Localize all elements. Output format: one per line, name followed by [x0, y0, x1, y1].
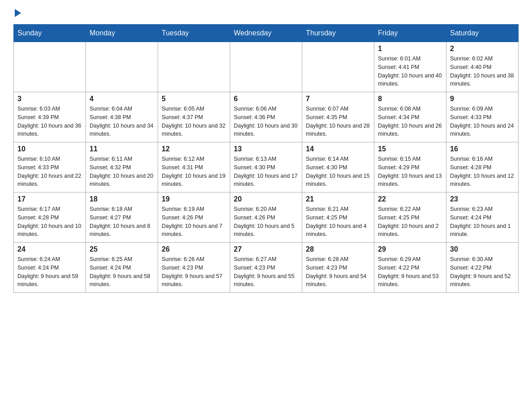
calendar-cell: 8Sunrise: 6:08 AM Sunset: 4:34 PM Daylig… — [374, 92, 446, 142]
day-number: 10 — [17, 145, 82, 153]
day-info: Sunrise: 6:21 AM Sunset: 4:25 PM Dayligh… — [306, 205, 370, 239]
calendar-week-row: 1Sunrise: 6:01 AM Sunset: 4:41 PM Daylig… — [14, 42, 519, 92]
day-number: 8 — [378, 95, 442, 103]
calendar-cell: 25Sunrise: 6:25 AM Sunset: 4:24 PM Dayli… — [86, 243, 158, 293]
day-number: 17 — [17, 195, 82, 203]
logo-arrow-icon — [15, 9, 21, 17]
calendar-cell: 21Sunrise: 6:21 AM Sunset: 4:25 PM Dayli… — [302, 193, 374, 243]
day-info: Sunrise: 6:20 AM Sunset: 4:26 PM Dayligh… — [234, 205, 298, 239]
day-info: Sunrise: 6:17 AM Sunset: 4:28 PM Dayligh… — [17, 205, 82, 239]
calendar-week-row: 17Sunrise: 6:17 AM Sunset: 4:28 PM Dayli… — [14, 193, 519, 243]
day-number: 26 — [162, 245, 226, 253]
calendar-week-row: 3Sunrise: 6:03 AM Sunset: 4:39 PM Daylig… — [14, 92, 519, 142]
day-info: Sunrise: 6:18 AM Sunset: 4:27 PM Dayligh… — [90, 205, 154, 239]
day-info: Sunrise: 6:02 AM Sunset: 4:40 PM Dayligh… — [450, 55, 515, 88]
calendar-cell: 18Sunrise: 6:18 AM Sunset: 4:27 PM Dayli… — [86, 193, 158, 243]
day-number: 18 — [90, 195, 154, 203]
day-number: 22 — [378, 195, 442, 203]
day-number: 23 — [450, 195, 515, 203]
day-number: 30 — [450, 245, 515, 253]
calendar-cell: 29Sunrise: 6:29 AM Sunset: 4:22 PM Dayli… — [374, 243, 446, 293]
day-info: Sunrise: 6:22 AM Sunset: 4:25 PM Dayligh… — [378, 205, 442, 239]
calendar-header-row: SundayMondayTuesdayWednesdayThursdayFrid… — [14, 25, 519, 42]
day-number: 24 — [17, 245, 82, 253]
day-info: Sunrise: 6:26 AM Sunset: 4:23 PM Dayligh… — [162, 255, 226, 289]
day-info: Sunrise: 6:24 AM Sunset: 4:24 PM Dayligh… — [17, 255, 82, 289]
day-number: 29 — [378, 245, 442, 253]
column-header-thursday: Thursday — [302, 25, 374, 42]
calendar-cell: 20Sunrise: 6:20 AM Sunset: 4:26 PM Dayli… — [230, 193, 302, 243]
day-info: Sunrise: 6:15 AM Sunset: 4:29 PM Dayligh… — [378, 155, 442, 188]
calendar-cell: 7Sunrise: 6:07 AM Sunset: 4:35 PM Daylig… — [302, 92, 374, 142]
day-info: Sunrise: 6:29 AM Sunset: 4:22 PM Dayligh… — [378, 255, 442, 289]
calendar-cell: 13Sunrise: 6:13 AM Sunset: 4:30 PM Dayli… — [230, 142, 302, 193]
day-number: 19 — [162, 195, 226, 203]
day-info: Sunrise: 6:30 AM Sunset: 4:22 PM Dayligh… — [450, 255, 515, 289]
day-number: 28 — [306, 245, 370, 253]
day-number: 11 — [90, 145, 154, 153]
calendar-cell: 15Sunrise: 6:15 AM Sunset: 4:29 PM Dayli… — [374, 142, 446, 193]
day-info: Sunrise: 6:23 AM Sunset: 4:24 PM Dayligh… — [450, 205, 515, 239]
calendar-cell: 6Sunrise: 6:06 AM Sunset: 4:36 PM Daylig… — [230, 92, 302, 142]
calendar-cell: 12Sunrise: 6:12 AM Sunset: 4:31 PM Dayli… — [158, 142, 230, 193]
day-number: 16 — [450, 145, 515, 153]
calendar-cell: 23Sunrise: 6:23 AM Sunset: 4:24 PM Dayli… — [446, 193, 519, 243]
calendar-cell — [14, 42, 86, 92]
calendar-cell: 9Sunrise: 6:09 AM Sunset: 4:33 PM Daylig… — [446, 92, 519, 142]
calendar-cell: 4Sunrise: 6:04 AM Sunset: 4:38 PM Daylig… — [86, 92, 158, 142]
day-number: 15 — [378, 145, 442, 153]
day-info: Sunrise: 6:04 AM Sunset: 4:38 PM Dayligh… — [90, 105, 154, 138]
calendar-cell: 14Sunrise: 6:14 AM Sunset: 4:30 PM Dayli… — [302, 142, 374, 193]
calendar-cell: 10Sunrise: 6:10 AM Sunset: 4:33 PM Dayli… — [14, 142, 86, 193]
calendar-table: SundayMondayTuesdayWednesdayThursdayFrid… — [13, 24, 519, 293]
calendar-cell: 19Sunrise: 6:19 AM Sunset: 4:26 PM Dayli… — [158, 193, 230, 243]
day-number: 1 — [378, 45, 442, 53]
day-info: Sunrise: 6:11 AM Sunset: 4:32 PM Dayligh… — [90, 155, 154, 188]
calendar-cell: 3Sunrise: 6:03 AM Sunset: 4:39 PM Daylig… — [14, 92, 86, 142]
day-number: 12 — [162, 145, 226, 153]
day-number: 5 — [162, 95, 226, 103]
day-number: 9 — [450, 95, 515, 103]
calendar-cell: 11Sunrise: 6:11 AM Sunset: 4:32 PM Dayli… — [86, 142, 158, 193]
day-info: Sunrise: 6:07 AM Sunset: 4:35 PM Dayligh… — [306, 105, 370, 138]
logo — [13, 9, 21, 15]
page-header — [13, 9, 519, 15]
day-number: 27 — [234, 245, 298, 253]
day-info: Sunrise: 6:03 AM Sunset: 4:39 PM Dayligh… — [17, 105, 82, 138]
calendar-cell: 22Sunrise: 6:22 AM Sunset: 4:25 PM Dayli… — [374, 193, 446, 243]
day-number: 25 — [90, 245, 154, 253]
day-number: 3 — [17, 95, 82, 103]
day-info: Sunrise: 6:14 AM Sunset: 4:30 PM Dayligh… — [306, 155, 370, 188]
day-info: Sunrise: 6:01 AM Sunset: 4:41 PM Dayligh… — [378, 55, 442, 88]
calendar-cell: 2Sunrise: 6:02 AM Sunset: 4:40 PM Daylig… — [446, 42, 519, 92]
day-info: Sunrise: 6:13 AM Sunset: 4:30 PM Dayligh… — [234, 155, 298, 188]
column-header-friday: Friday — [374, 25, 446, 42]
calendar-cell: 5Sunrise: 6:05 AM Sunset: 4:37 PM Daylig… — [158, 92, 230, 142]
calendar-cell: 27Sunrise: 6:27 AM Sunset: 4:23 PM Dayli… — [230, 243, 302, 293]
calendar-cell: 26Sunrise: 6:26 AM Sunset: 4:23 PM Dayli… — [158, 243, 230, 293]
day-info: Sunrise: 6:27 AM Sunset: 4:23 PM Dayligh… — [234, 255, 298, 289]
calendar-cell: 16Sunrise: 6:16 AM Sunset: 4:28 PM Dayli… — [446, 142, 519, 193]
calendar-week-row: 24Sunrise: 6:24 AM Sunset: 4:24 PM Dayli… — [14, 243, 519, 293]
calendar-cell: 17Sunrise: 6:17 AM Sunset: 4:28 PM Dayli… — [14, 193, 86, 243]
column-header-sunday: Sunday — [14, 25, 86, 42]
day-number: 4 — [90, 95, 154, 103]
calendar-cell: 28Sunrise: 6:28 AM Sunset: 4:23 PM Dayli… — [302, 243, 374, 293]
day-info: Sunrise: 6:16 AM Sunset: 4:28 PM Dayligh… — [450, 155, 515, 188]
day-info: Sunrise: 6:05 AM Sunset: 4:37 PM Dayligh… — [162, 105, 226, 138]
day-info: Sunrise: 6:08 AM Sunset: 4:34 PM Dayligh… — [378, 105, 442, 138]
day-info: Sunrise: 6:09 AM Sunset: 4:33 PM Dayligh… — [450, 105, 515, 138]
column-header-saturday: Saturday — [446, 25, 519, 42]
column-header-tuesday: Tuesday — [158, 25, 230, 42]
calendar-cell — [158, 42, 230, 92]
day-info: Sunrise: 6:28 AM Sunset: 4:23 PM Dayligh… — [306, 255, 370, 289]
calendar-cell — [230, 42, 302, 92]
day-number: 14 — [306, 145, 370, 153]
calendar-cell — [86, 42, 158, 92]
day-number: 21 — [306, 195, 370, 203]
calendar-week-row: 10Sunrise: 6:10 AM Sunset: 4:33 PM Dayli… — [14, 142, 519, 193]
day-number: 6 — [234, 95, 298, 103]
day-info: Sunrise: 6:06 AM Sunset: 4:36 PM Dayligh… — [234, 105, 298, 138]
day-info: Sunrise: 6:19 AM Sunset: 4:26 PM Dayligh… — [162, 205, 226, 239]
column-header-wednesday: Wednesday — [230, 25, 302, 42]
